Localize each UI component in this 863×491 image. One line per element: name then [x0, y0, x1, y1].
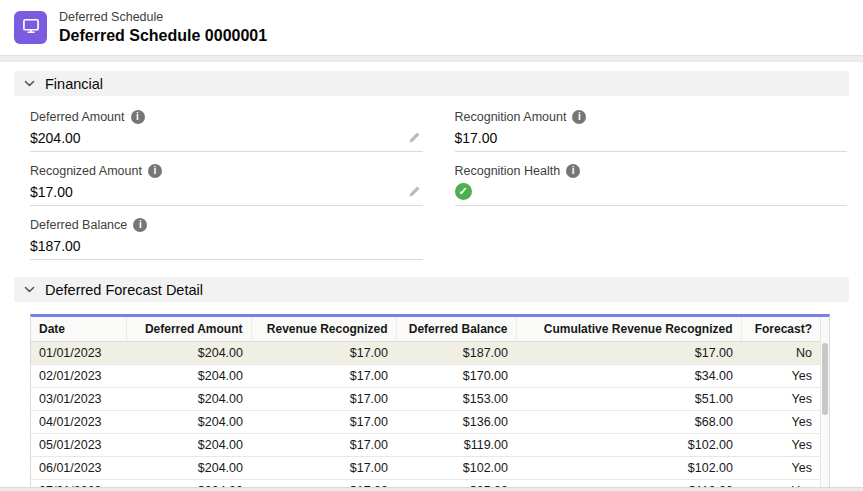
table-cell: $51.00 [516, 388, 741, 411]
field-value: $187.00 [30, 238, 81, 254]
field-deferred-balance: Deferred Balance $187.00 [30, 216, 423, 260]
column-header[interactable]: Deferred Amount [126, 317, 251, 342]
table-cell: $102.00 [396, 457, 516, 480]
field-value: $17.00 [455, 130, 498, 146]
table-cell: No [741, 342, 820, 365]
table-cell: $204.00 [126, 457, 251, 480]
table-cell: $102.00 [516, 434, 741, 457]
table-cell: $17.00 [251, 434, 396, 457]
financial-fields: Deferred Amount $204.00 Recognition Amou… [14, 96, 849, 274]
table-cell: $17.00 [251, 411, 396, 434]
table-cell: $204.00 [126, 411, 251, 434]
deferred-schedule-entity-icon [14, 11, 47, 44]
table-cell: $170.00 [396, 365, 516, 388]
table-row[interactable]: 05/01/2023$204.00$17.00$119.00$102.00Yes [31, 434, 820, 457]
table-cell: 04/01/2023 [31, 411, 126, 434]
chevron-down-icon [23, 283, 36, 296]
table-cell: 05/01/2023 [31, 434, 126, 457]
column-header[interactable]: Revenue Recognized [251, 317, 396, 342]
info-icon[interactable] [572, 110, 586, 124]
edit-pencil-icon[interactable] [408, 131, 421, 144]
header-divider [0, 55, 863, 62]
table-cell: $204.00 [126, 434, 251, 457]
table-row[interactable]: 01/01/2023$204.00$17.00$187.00$17.00No [31, 342, 820, 365]
info-icon[interactable] [148, 164, 162, 178]
field-label: Deferred Amount [30, 110, 125, 124]
monitor-icon [21, 16, 41, 40]
table-cell: $17.00 [251, 457, 396, 480]
record-page: Deferred Schedule Deferred Schedule 0000… [0, 0, 863, 491]
table-cell: 07/01/2023 [31, 480, 126, 488]
field-label: Recognition Amount [455, 110, 567, 124]
table-cell: Yes [741, 411, 820, 434]
column-header[interactable]: Cumulative Revenue Recognized [516, 317, 741, 342]
field-label: Recognized Amount [30, 164, 142, 178]
table-cell: 06/01/2023 [31, 457, 126, 480]
table-cell: $34.00 [516, 365, 741, 388]
edit-pencil-icon[interactable] [408, 185, 421, 198]
table-row[interactable]: 04/01/2023$204.00$17.00$136.00$68.00Yes [31, 411, 820, 434]
table-cell: $119.00 [396, 434, 516, 457]
table-cell: $204.00 [126, 365, 251, 388]
table-cell: $204.00 [126, 480, 251, 488]
table-cell: $136.00 [396, 411, 516, 434]
column-header[interactable]: Forecast? [741, 317, 820, 342]
column-header[interactable]: Deferred Balance [396, 317, 516, 342]
table-cell: Yes [741, 365, 820, 388]
table-cell: Yes [741, 434, 820, 457]
section-header-deferred-forecast-detail[interactable]: Deferred Forecast Detail [14, 277, 849, 302]
table-vertical-scrollbar[interactable] [820, 317, 829, 487]
table-cell: $187.00 [396, 342, 516, 365]
scrollbar-thumb[interactable] [822, 343, 828, 415]
page-background-strip [0, 487, 863, 491]
table-cell: Yes [741, 388, 820, 411]
column-header[interactable]: Date [31, 317, 126, 342]
table-cell: $119.00 [516, 480, 741, 488]
field-recognized-amount: Recognized Amount $17.00 [30, 162, 423, 206]
table-cell: $85.00 [396, 480, 516, 488]
field-recognition-amount: Recognition Amount $17.00 [455, 108, 848, 152]
record-title: Deferred Schedule 0000001 [59, 27, 267, 45]
table-cell: $204.00 [126, 388, 251, 411]
table-row[interactable]: 03/01/2023$204.00$17.00$153.00$51.00Yes [31, 388, 820, 411]
forecast-header-row: DateDeferred AmountRevenue RecognizedDef… [31, 317, 820, 342]
section-title: Financial [45, 76, 103, 92]
table-cell: $153.00 [396, 388, 516, 411]
table-cell: 02/01/2023 [31, 365, 126, 388]
field-value: $204.00 [30, 130, 81, 146]
forecast-table-body: 01/01/2023$204.00$17.00$187.00$17.00No02… [31, 342, 820, 488]
table-cell: $68.00 [516, 411, 741, 434]
table-row[interactable]: 02/01/2023$204.00$17.00$170.00$34.00Yes [31, 365, 820, 388]
table-cell: $204.00 [126, 342, 251, 365]
forecast-table: DateDeferred AmountRevenue RecognizedDef… [30, 314, 830, 487]
info-icon[interactable] [131, 110, 145, 124]
section-header-financial[interactable]: Financial [14, 71, 849, 96]
table-cell: Yes [741, 457, 820, 480]
table-cell: $17.00 [251, 365, 396, 388]
table-cell: 01/01/2023 [31, 342, 126, 365]
table-cell: $17.00 [251, 388, 396, 411]
table-cell: Yes [741, 480, 820, 488]
field-recognition-health: Recognition Health [455, 162, 848, 206]
record-detail-content: Financial Deferred Amount $204.00 [0, 62, 863, 487]
entity-label: Deferred Schedule [59, 10, 267, 24]
table-cell: $102.00 [516, 457, 741, 480]
info-icon[interactable] [133, 218, 147, 232]
chevron-down-icon [23, 77, 36, 90]
green-check-icon [455, 183, 472, 200]
field-label: Deferred Balance [30, 218, 127, 232]
record-titles: Deferred Schedule Deferred Schedule 0000… [59, 10, 267, 45]
record-header: Deferred Schedule Deferred Schedule 0000… [0, 0, 863, 55]
info-icon[interactable] [566, 164, 580, 178]
table-cell: $17.00 [251, 342, 396, 365]
table-row[interactable]: 07/01/2023$204.00$17.00$85.00$119.00Yes [31, 480, 820, 488]
table-cell: 03/01/2023 [31, 388, 126, 411]
table-cell: $17.00 [516, 342, 741, 365]
table-row[interactable]: 06/01/2023$204.00$17.00$102.00$102.00Yes [31, 457, 820, 480]
field-label: Recognition Health [455, 164, 561, 178]
field-value: $17.00 [30, 184, 73, 200]
section-title: Deferred Forecast Detail [45, 282, 203, 298]
table-cell: $17.00 [251, 480, 396, 488]
field-deferred-amount: Deferred Amount $204.00 [30, 108, 423, 152]
